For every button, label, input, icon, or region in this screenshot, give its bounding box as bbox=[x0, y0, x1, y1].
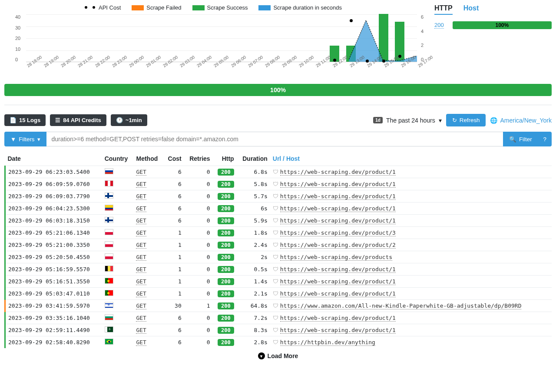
cell-url: 🛡https://web-scraping.dev/product/1 bbox=[270, 190, 552, 203]
filter-help-button[interactable]: ? bbox=[538, 132, 552, 146]
url-link[interactable]: https://web-scraping.dev/product/1 bbox=[280, 205, 396, 212]
cell-method: GET bbox=[133, 276, 163, 288]
cell-duration: 5.9s bbox=[237, 215, 270, 227]
table-row[interactable]: 2023-09-29 06:04:23.5300GET602006s🛡https… bbox=[5, 203, 552, 215]
cell-country bbox=[102, 239, 134, 251]
shield-icon: 🛡 bbox=[273, 254, 278, 260]
cell-date: 2023-09-29 05:21:00.3350 bbox=[5, 239, 102, 251]
cell-retries: 0 bbox=[184, 166, 213, 178]
cell-url: 🛡https://web-scraping.dev/product/1 bbox=[270, 312, 552, 324]
status-bar: 100% bbox=[453, 21, 552, 29]
cell-url: 🛡https://web-scraping.dev/product/1 bbox=[270, 166, 552, 178]
table-row[interactable]: 2023-09-29 03:35:16.1040GET602007.2s🛡htt… bbox=[5, 312, 552, 324]
cell-http: 200 bbox=[213, 288, 237, 300]
table-row[interactable]: 2023-09-29 06:03:18.3150GET602005.9s🛡htt… bbox=[5, 215, 552, 227]
table-row[interactable]: 2023-09-29 06:23:03.5400GET602006.8s🛡htt… bbox=[5, 166, 552, 178]
chart-canvas[interactable]: 40 30 20 10 0 6 4 2 0 28 18:0028 19:0028… bbox=[26, 14, 417, 80]
tab-http[interactable]: HTTP bbox=[434, 4, 453, 15]
legend-api-cost-icon bbox=[84, 7, 96, 8]
filters-dropdown[interactable]: ▼ Filters ▾ bbox=[4, 132, 46, 146]
table-row[interactable]: 2023-09-29 05:03:47.0110GET102002.1s🛡htt… bbox=[5, 288, 552, 300]
url-link[interactable]: https://httpbin.dev/anything bbox=[280, 339, 375, 346]
cell-cost: 6 bbox=[163, 215, 184, 227]
cell-cost: 30 bbox=[163, 300, 184, 312]
table-row[interactable]: 2023-09-29 05:21:00.3350GET102002.4s🛡htt… bbox=[5, 239, 552, 251]
cell-method: GET bbox=[133, 288, 163, 300]
timezone[interactable]: 🌐 America/New_York bbox=[490, 117, 552, 124]
chart-legend: API Cost Scrape Failed Scrape Success Sc… bbox=[4, 4, 421, 11]
table-row[interactable]: 2023-09-29 03:41:59.5970GET30120064.8s🛡h… bbox=[5, 300, 552, 312]
col-url[interactable]: Url / Host bbox=[270, 152, 552, 166]
url-link[interactable]: https://web-scraping.dev/product/1 bbox=[280, 169, 396, 176]
url-link[interactable]: https://web-scraping.dev/product/1 bbox=[280, 278, 396, 285]
cell-retries: 0 bbox=[184, 190, 213, 203]
flag-icon bbox=[105, 339, 113, 345]
table-row[interactable]: 2023-09-29 05:20:50.4550GET102002s🛡https… bbox=[5, 251, 552, 263]
cell-duration: 2s bbox=[237, 251, 270, 263]
table-row[interactable]: 2023-09-29 05:21:06.1340GET102001.8s🛡htt… bbox=[5, 227, 552, 239]
table-row[interactable]: 2023-09-29 05:16:51.3550GET102001.4s🛡htt… bbox=[5, 276, 552, 288]
url-link[interactable]: https://web-scraping.dev/product/2 bbox=[280, 242, 396, 249]
cell-cost: 6 bbox=[163, 178, 184, 190]
status-code-200[interactable]: 200 bbox=[434, 22, 444, 29]
cell-cost: 1 bbox=[163, 239, 184, 251]
table-row[interactable]: 2023-09-29 05:16:59.5570GET102000.5s🛡htt… bbox=[5, 263, 552, 276]
side-panel: HTTP Host 200 100% bbox=[421, 4, 552, 80]
url-link[interactable]: https://web-scraping.dev/product/1 bbox=[280, 193, 396, 200]
cell-duration: 1.4s bbox=[237, 276, 270, 288]
col-retries: Retries bbox=[184, 152, 213, 166]
data-point bbox=[350, 19, 353, 22]
legend-success: Scrape Success bbox=[207, 4, 248, 11]
timezone-link[interactable]: America/New_York bbox=[500, 117, 552, 124]
cell-duration: 64.8s bbox=[237, 300, 270, 312]
chart-section: API Cost Scrape Failed Scrape Success Sc… bbox=[4, 4, 552, 80]
shield-icon: 🛡 bbox=[273, 327, 278, 333]
shield-icon: 🛡 bbox=[273, 339, 278, 345]
cell-cost: 1 bbox=[163, 288, 184, 300]
cell-method: GET bbox=[133, 312, 163, 324]
cell-date: 2023-09-29 03:35:16.1040 bbox=[5, 312, 102, 324]
time-range-dropdown[interactable]: 1d The past 24 hours ▾ bbox=[373, 117, 442, 124]
url-link[interactable]: https://web-scraping.dev/product/1 bbox=[280, 315, 396, 322]
cell-url: 🛡https://web-scraping.dev/product/3 bbox=[270, 227, 552, 239]
chevron-down-icon: ▾ bbox=[37, 136, 40, 143]
log-table: Date Country Method Cost Retries Http Du… bbox=[4, 152, 552, 348]
col-date: Date bbox=[5, 152, 102, 166]
table-row[interactable]: 2023-09-29 02:59:11.4490GET602008.3s🛡htt… bbox=[5, 324, 552, 336]
cell-retries: 0 bbox=[184, 276, 213, 288]
flag-icon bbox=[105, 229, 113, 235]
cell-country bbox=[102, 178, 134, 190]
filter-input[interactable] bbox=[46, 132, 503, 146]
flag-icon bbox=[105, 302, 113, 308]
load-more-button[interactable]: ▾ Load More bbox=[4, 348, 552, 364]
table-row[interactable]: 2023-09-29 02:58:40.8290GET602002.8s🛡htt… bbox=[5, 336, 552, 349]
url-link[interactable]: https://web-scraping.dev/product/1 bbox=[280, 327, 396, 334]
col-duration: Duration bbox=[237, 152, 270, 166]
table-row[interactable]: 2023-09-29 06:09:03.7790GET602005.7s🛡htt… bbox=[5, 190, 552, 203]
url-link[interactable]: https://web-scraping.dev/product/1 bbox=[280, 266, 396, 273]
url-link[interactable]: https://web-scraping.dev/product/1 bbox=[280, 217, 396, 224]
filter-button[interactable]: 🔍 Filter bbox=[503, 132, 538, 146]
cell-url: 🛡https://web-scraping.dev/product/1 bbox=[270, 203, 552, 215]
tab-host[interactable]: Host bbox=[463, 4, 479, 15]
refresh-button[interactable]: ↻ Refresh bbox=[446, 114, 486, 126]
cell-date: 2023-09-29 06:09:03.7790 bbox=[5, 190, 102, 203]
url-link[interactable]: https://web-scraping.dev/product/1 bbox=[280, 290, 396, 297]
flag-icon bbox=[105, 193, 113, 199]
url-link[interactable]: https://web-scraping.dev/product/1 bbox=[280, 181, 396, 188]
cell-country bbox=[102, 300, 134, 312]
cell-date: 2023-09-29 02:58:40.8290 bbox=[5, 336, 102, 349]
cell-http: 200 bbox=[213, 190, 237, 203]
cell-date: 2023-09-29 05:03:47.0110 bbox=[5, 288, 102, 300]
legend-duration: Scrape duration in seconds bbox=[273, 4, 342, 11]
cell-http: 200 bbox=[213, 251, 237, 263]
url-link[interactable]: https://web-scraping.dev/products bbox=[280, 254, 392, 261]
shield-icon: 🛡 bbox=[273, 193, 278, 199]
flag-icon bbox=[105, 241, 113, 247]
cell-retries: 1 bbox=[184, 300, 213, 312]
url-link[interactable]: https://web-scraping.dev/product/3 bbox=[280, 229, 396, 236]
cell-url: 🛡https://web-scraping.dev/product/1 bbox=[270, 276, 552, 288]
cell-retries: 0 bbox=[184, 178, 213, 190]
table-row[interactable]: 2023-09-29 06:09:59.0760GET602005.8s🛡htt… bbox=[5, 178, 552, 190]
url-link[interactable]: https://www.amazon.com/All-new-Kindle-Pa… bbox=[280, 302, 522, 309]
